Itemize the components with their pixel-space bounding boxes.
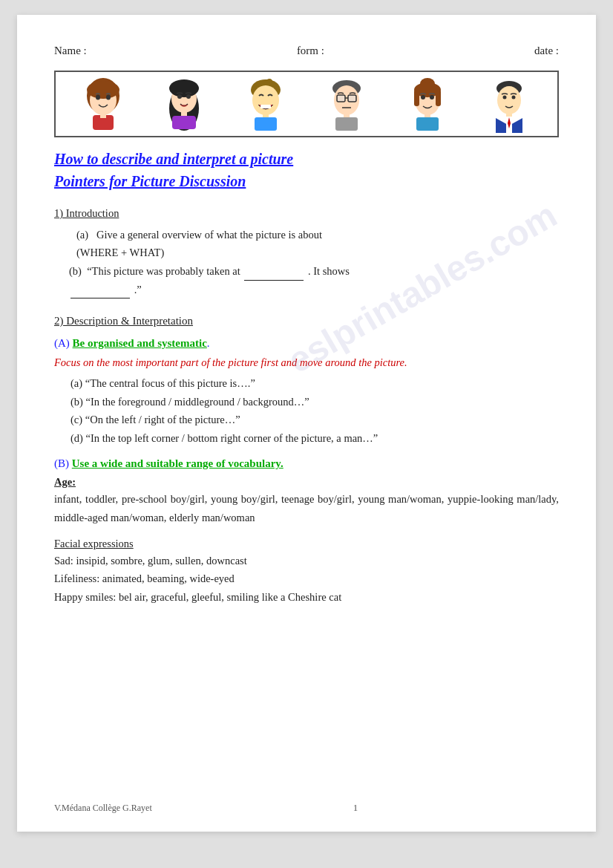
point-a-label: (a) <box>76 229 88 241</box>
image-banner <box>54 71 559 137</box>
svg-point-38 <box>511 96 515 99</box>
point-b-end: . It shows <box>308 265 350 277</box>
point-b-label: (b) <box>69 265 82 277</box>
face-1-icon <box>79 75 128 133</box>
svg-point-9 <box>169 79 199 97</box>
sub-B-green: Use a wide and suitable range of vocabul… <box>72 457 283 469</box>
blank1 <box>244 280 304 281</box>
title-block: How to describe and interpret a picture … <box>54 148 559 192</box>
section1-point-a: (a) Give a general overview of what the … <box>54 226 559 244</box>
age-label: Age: <box>54 476 559 489</box>
svg-rect-22 <box>348 95 356 102</box>
svg-point-31 <box>421 95 425 99</box>
svg-point-4 <box>106 95 111 100</box>
sub-A-green: Be organised and systematic <box>73 337 207 349</box>
facial-line-1: Sad: insipid, sombre, glum, sullen, down… <box>54 552 559 570</box>
point-a-text: Give a general overview of what the pict… <box>96 229 322 241</box>
svg-point-37 <box>502 96 506 99</box>
quote-a: (a) “The central focus of this picture i… <box>54 374 559 393</box>
svg-rect-6 <box>100 114 106 118</box>
section1-point-a-sub: (WHERE + WHAT) <box>54 244 559 262</box>
page: Name : form : date : <box>17 15 596 832</box>
point-b-close: .” <box>134 284 142 296</box>
svg-point-2 <box>87 81 119 99</box>
face-6-icon <box>485 75 534 133</box>
sub-A-prefix: (A) <box>54 337 73 349</box>
quote-d: (d) “In the top left corner / bottom rig… <box>54 429 559 448</box>
section1: 1) Introduction (a) Give a general overv… <box>54 204 559 298</box>
face-container <box>56 72 557 136</box>
section1-point-b-2: .” <box>54 281 559 299</box>
point-b-text: “This picture was probably taken at <box>87 265 240 277</box>
section1-heading: 1) Introduction <box>54 204 559 223</box>
footer-left: V.Médana Collège G.Rayet <box>54 803 152 814</box>
svg-point-32 <box>430 95 434 99</box>
main-title-line2: Pointers for Picture Discussion <box>54 170 559 192</box>
blank2 <box>71 298 130 298</box>
svg-point-3 <box>96 95 100 100</box>
face-3-icon <box>242 75 290 133</box>
facial-label: Facial expressions <box>54 538 559 550</box>
sub-heading-A: (A) Be organised and systematic. <box>54 337 559 350</box>
sub-heading-B: (B) Use a wide and suitable range of voc… <box>54 457 559 470</box>
age-text: infant, toddler, pre-school boy/girl, yo… <box>54 490 559 526</box>
date-label: date : <box>534 45 559 57</box>
svg-rect-21 <box>337 95 345 102</box>
svg-rect-13 <box>172 116 196 129</box>
svg-rect-12 <box>181 111 187 116</box>
face-2-icon <box>160 75 209 133</box>
footer-center: 1 <box>353 802 358 814</box>
form-label: form : <box>297 45 324 57</box>
quote-c: (c) “On the left / right of the picture…… <box>54 411 559 429</box>
sub-B-prefix: (B) <box>54 457 72 469</box>
svg-rect-17 <box>263 114 269 117</box>
svg-rect-34 <box>416 117 439 131</box>
face-4-icon <box>323 75 371 133</box>
quote-b: (b) “In the foreground / middleground / … <box>54 393 559 411</box>
svg-rect-33 <box>424 114 430 117</box>
svg-rect-18 <box>255 117 277 131</box>
quotes-block: (a) “The central focus of this picture i… <box>54 374 559 448</box>
facial-line-2: Lifeliness: animated, beaming, wide-eyed <box>54 570 559 588</box>
svg-rect-25 <box>335 117 358 131</box>
section2-heading: 2) Description & Interpretation <box>54 312 559 331</box>
svg-rect-16 <box>260 105 271 108</box>
svg-point-10 <box>177 94 182 99</box>
footer: V.Médana Collège G.Rayet 1 <box>54 802 559 814</box>
svg-point-30 <box>414 82 441 97</box>
main-title-line1: How to describe and interpret a picture <box>54 148 559 170</box>
facial-line-3: Happy smiles: bel air, graceful, gleeful… <box>54 588 559 607</box>
header-line: Name : form : date : <box>54 45 559 57</box>
svg-rect-24 <box>344 114 350 117</box>
section2: 2) Description & Interpretation (A) Be o… <box>54 312 559 606</box>
name-label: Name : <box>54 45 87 57</box>
svg-point-36 <box>497 86 521 114</box>
svg-point-11 <box>186 94 191 99</box>
sub-A-dot: . <box>207 337 210 349</box>
svg-point-15 <box>252 85 279 115</box>
section1-point-b: (b) “This picture was probably taken at … <box>54 262 559 281</box>
face-5-icon <box>404 75 452 133</box>
italic-red-text: Focus on the most important part of the … <box>54 354 559 371</box>
facial-section: Facial expressions Sad: insipid, sombre,… <box>54 538 559 607</box>
